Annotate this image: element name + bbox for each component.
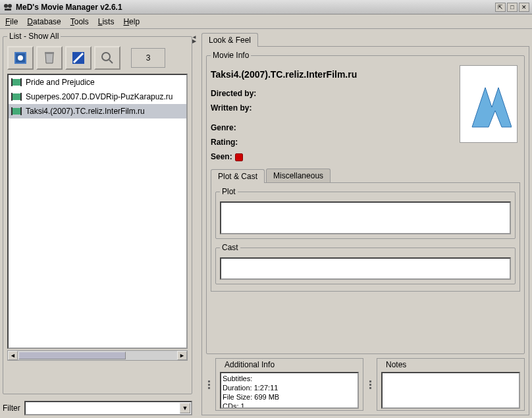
svg-rect-13 [12, 93, 21, 100]
notes-textarea[interactable] [381, 372, 520, 409]
written-by-label: Written by: [211, 103, 252, 113]
tab-look-feel[interactable]: Look & Feel [201, 33, 258, 47]
svg-point-1 [8, 4, 12, 8]
list-item-label: Taksi4.(2007).TC.reliz.InterFilm.ru [26, 107, 145, 116]
plot-label: Plot [220, 187, 238, 196]
add-movie-button[interactable] [7, 46, 34, 70]
addl-filesize: File Size: 699 MB [223, 392, 356, 402]
notes-group: Notes [377, 358, 525, 411]
svg-rect-2 [5, 9, 11, 11]
menu-lists[interactable]: Lists [98, 17, 115, 26]
addl-subtitles: Subtitles: [223, 374, 356, 383]
svg-rect-15 [20, 93, 22, 101]
additional-info-list[interactable]: Subtitles: Duration: 1:27:11 File Size: … [220, 372, 359, 409]
app-icon [3, 2, 13, 13]
seen-label: Seen: [211, 152, 232, 161]
close-button[interactable]: ✕ [519, 3, 529, 12]
additional-info-label: Additional Info [223, 360, 277, 369]
list-group: List - Show All 3 Pride a [3, 32, 192, 394]
tab-miscellaneous[interactable]: Miscellaneous [266, 169, 331, 182]
svg-line-9 [109, 60, 113, 63]
svg-rect-11 [11, 78, 13, 86]
list-item-label: Superpes.2007.D.DVDRip-PuzKarapuz.ru [26, 92, 173, 101]
horizontal-scrollbar[interactable]: ◄ ► [7, 350, 188, 361]
additional-info-group: Additional Info Subtitles: Duration: 1:2… [215, 358, 363, 411]
title-bar: MeD's Movie Manager v2.6.1 ⇱ □ ✕ [0, 0, 532, 14]
movie-info-label: Movie Info [211, 51, 251, 60]
filter-label: Filter [3, 404, 20, 413]
addl-duration: Duration: 1:27:11 [223, 383, 356, 392]
scroll-left-button[interactable]: ◄ [8, 351, 18, 360]
minimize-internal-button[interactable]: ⇱ [495, 3, 506, 12]
genre-label: Genre: [211, 123, 236, 132]
list-item[interactable]: Superpes.2007.D.DVDRip-PuzKarapuz.ru [9, 90, 186, 104]
menu-bar: File Database Tools Lists Help [0, 14, 532, 29]
directed-by-label: Directed by: [211, 89, 256, 98]
search-button[interactable] [94, 46, 120, 70]
rating-label: Rating: [211, 138, 238, 147]
plot-group: Plot [215, 187, 516, 239]
svg-rect-16 [12, 108, 21, 115]
menu-file[interactable]: File [5, 17, 18, 26]
svg-rect-12 [20, 78, 22, 86]
menu-help[interactable]: Help [123, 17, 140, 26]
film-icon [11, 106, 22, 117]
movie-list[interactable]: Pride and Prejudice Superpes.2007.D.DVDR… [7, 74, 188, 349]
list-item-label: Pride and Prejudice [26, 78, 95, 87]
tab-plot-cast[interactable]: Plot & Cast [211, 169, 265, 183]
cast-group: Cast [215, 243, 516, 284]
splitter-handle[interactable]: ◄ ▶ [192, 32, 196, 415]
cover-image [460, 65, 518, 143]
svg-rect-17 [11, 107, 13, 115]
svg-rect-18 [20, 107, 22, 115]
edit-button[interactable] [65, 46, 92, 70]
seen-indicator-icon [235, 153, 243, 161]
list-group-title: List - Show All [7, 32, 61, 41]
menu-database[interactable]: Database [27, 17, 61, 26]
svg-rect-6 [45, 52, 54, 54]
movie-info-group: Movie Info Taksi4.(2007).TC.reliz.InterF… [206, 51, 525, 354]
svg-point-8 [102, 53, 110, 61]
drag-handle[interactable] [367, 358, 373, 411]
film-icon [11, 77, 22, 88]
scroll-right-button[interactable]: ► [177, 351, 187, 360]
film-icon [11, 91, 22, 102]
maximize-button[interactable]: □ [507, 3, 518, 12]
scroll-thumb[interactable] [18, 352, 126, 359]
list-item[interactable]: Taksi4.(2007).TC.reliz.InterFilm.ru [9, 104, 186, 118]
window-title: MeD's Movie Manager v2.6.1 [16, 3, 494, 12]
plot-textarea[interactable] [220, 201, 511, 234]
delete-button[interactable] [36, 46, 63, 70]
addl-cds: CDs: 1 [223, 402, 356, 409]
filter-input[interactable]: ▼ [24, 401, 192, 415]
svg-rect-14 [11, 93, 13, 101]
cast-label: Cast [220, 243, 240, 252]
svg-rect-10 [12, 79, 21, 86]
filter-dropdown-button[interactable]: ▼ [180, 403, 190, 413]
collapse-right-icon: ▶ [192, 39, 196, 43]
list-item[interactable]: Pride and Prejudice [9, 75, 186, 90]
svg-point-5 [18, 55, 23, 61]
movie-title: Taksi4.(2007).TC.reliz.InterFilm.ru [211, 69, 460, 80]
notes-label: Notes [384, 360, 408, 369]
menu-tools[interactable]: Tools [70, 17, 89, 26]
svg-point-0 [4, 4, 8, 8]
cast-textarea[interactable] [220, 257, 511, 280]
count-display: 3 [131, 48, 165, 68]
drag-handle[interactable] [206, 358, 211, 411]
